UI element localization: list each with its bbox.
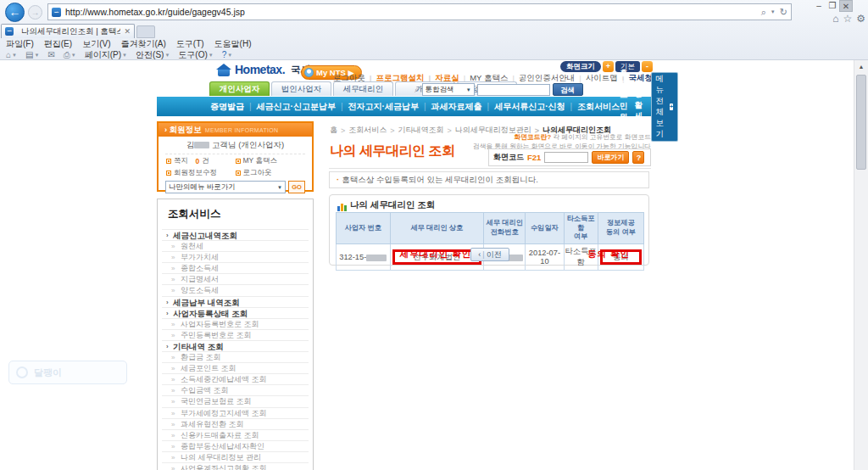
search-scope-select[interactable]: 통합검색▼: [422, 83, 475, 96]
zoom-in-button[interactable]: +: [603, 61, 614, 72]
tab-close-icon[interactable]: ✕: [124, 27, 131, 36]
nav-tab[interactable]: 세무대리인: [333, 81, 393, 96]
sidebar-menu-item[interactable]: 부가세예정고지세액 조회: [162, 407, 309, 418]
safety-menu-button[interactable]: 안전(S)▼: [136, 49, 170, 61]
search-icon[interactable]: ⌕: [761, 7, 766, 18]
menu-item[interactable]: 보기(V): [82, 38, 110, 49]
tab-favicon: ∽: [5, 27, 14, 36]
gnb-menu-item[interactable]: 세금신고·신고분납부: [244, 101, 336, 113]
sidebar-menu-item[interactable]: 사업자등록번호로 조회: [162, 318, 309, 329]
sidebar-menu-item[interactable]: 세금납부 내역조회: [162, 296, 309, 307]
search-button[interactable]: 검색: [553, 83, 583, 96]
scroll-up-arrow[interactable]: ▲: [854, 60, 868, 74]
sidebar-menu-item[interactable]: 환급금 조회: [162, 351, 309, 362]
refresh-icon[interactable]: ↻: [780, 7, 787, 18]
sidebar-menu-item[interactable]: 수입금액 조회: [162, 384, 309, 395]
home-button[interactable]: ⌂▼: [6, 50, 17, 59]
sidebar-menu-item[interactable]: 원천세: [162, 240, 309, 251]
new-tab-button[interactable]: [136, 25, 155, 38]
life-tax-link[interactable]: 생활세금: [635, 80, 644, 133]
close-button[interactable]: ✕: [839, 0, 853, 12]
table-header: 세무 대리인 상호: [390, 213, 484, 244]
minimize-button[interactable]: –: [812, 0, 826, 12]
tab-row: ∽ 나의세무대리인조회 | 홈택스 ✕: [0, 24, 868, 38]
all-menu-button[interactable]: 메뉴전체보기+: [651, 72, 679, 142]
url-text[interactable]: http://www.hometax.go.kr/guide/gagegv45.…: [65, 7, 245, 17]
address-bar[interactable]: ∽ http://www.hometax.go.kr/guide/gagegv4…: [47, 3, 792, 20]
screen-code-box: 화면코드 F21 바로가기 ?: [488, 148, 651, 166]
gnb-menu-item[interactable]: 전자고지·세금납부: [336, 101, 419, 113]
page-menu-button[interactable]: 페이지(P)▼: [85, 49, 127, 61]
site-search: ⌕ 통합검색▼ 검색: [415, 83, 583, 96]
browser-tab[interactable]: ∽ 나의세무대리인조회 | 홈택스 ✕: [1, 24, 135, 38]
previous-button[interactable]: ‹|이전: [470, 248, 509, 261]
forward-button[interactable]: →: [28, 5, 42, 20]
table-cell: 312-15-: [337, 243, 391, 270]
sidebar-menu-item[interactable]: 세금신고내역조회: [162, 229, 309, 240]
home-icon[interactable]: ⌂: [832, 13, 838, 25]
gnb-menu-item[interactable]: 조회서비스: [565, 101, 620, 113]
go-button[interactable]: GO: [288, 181, 305, 193]
menu-item[interactable]: 즐겨찾기(A): [120, 38, 165, 49]
sidebar-menu-item[interactable]: 신용카드매출자료 조회: [162, 429, 309, 440]
back-button[interactable]: ←: [5, 3, 25, 22]
sidebar-menu-item[interactable]: 양도소득세: [162, 284, 309, 295]
menu-item[interactable]: 도움말(H): [214, 38, 252, 49]
chevron-down-icon[interactable]: ▼: [771, 9, 776, 14]
nav-tab[interactable]: 법인사업자: [271, 81, 331, 96]
menu-item[interactable]: 편집(E): [44, 38, 72, 49]
annotation-consent-check: 동의 확인: [572, 249, 645, 260]
sidebar-menu-item[interactable]: 과세유형전환 조회: [162, 418, 309, 429]
table-header: 정보제공 동의 여부: [598, 213, 643, 244]
result-panel: 나의 세무대리인 조회 사업자 번호세무 대리인 상호세무 대리인 전화번호수임…: [329, 194, 649, 266]
sidebar-menu-item[interactable]: 기타내역 조회: [162, 340, 309, 351]
sidebar-menu-item[interactable]: 사업자등록상태 조회: [162, 307, 309, 318]
table-cell: 2012-07-10: [526, 243, 564, 270]
sidebar-menu-item[interactable]: 주민등록번호로 조회: [162, 329, 309, 340]
note-link[interactable]: 쪽지 0건: [166, 156, 236, 166]
sidebar-menu-item[interactable]: 부가가치세: [162, 251, 309, 262]
member-name: 김 고객님 (개인사업자): [165, 137, 305, 154]
settings-gear-icon[interactable]: ⚙: [856, 13, 865, 25]
screen-size-label: 화면크기: [560, 61, 601, 72]
logout-link[interactable]: 로그아웃: [236, 168, 305, 178]
watermark: 달팽이: [8, 361, 127, 384]
print-button[interactable]: ⎙▼: [64, 50, 76, 60]
menu-item[interactable]: 도구(T): [176, 38, 204, 49]
restore-button[interactable]: ❐: [826, 0, 839, 12]
favorites-star-icon[interactable]: ☆: [843, 13, 852, 25]
nav-tab[interactable]: 개인사업자: [209, 81, 270, 96]
logo-text: Hometax.: [235, 63, 285, 76]
my-hometax-link[interactable]: MY 홈택스: [236, 156, 305, 166]
quick-menu-select[interactable]: 나만의메뉴 바로가기▼: [165, 181, 286, 193]
notice-box: ·홈택스상 수입등록되어 있는 세무대리인이 조회됩니다.: [329, 171, 649, 188]
sidebar-menu-item[interactable]: 사업용계좌신고현황 조회: [162, 462, 309, 470]
tools-menu-button[interactable]: 도구(O)▼: [178, 49, 213, 61]
menu-item[interactable]: 파일(F): [6, 38, 34, 49]
gnb-menu-item[interactable]: 과세자료제출: [419, 101, 482, 113]
help-question-button[interactable]: ?: [632, 151, 644, 164]
gnb-menu-item[interactable]: 세무서류신고·신청: [482, 101, 565, 113]
table-header: 타소득포함 여부: [564, 213, 598, 244]
screen-code-go-button[interactable]: 바로가기: [592, 151, 629, 164]
masked-name: [194, 142, 209, 148]
help-button[interactable]: ?▼: [222, 50, 233, 59]
search-input[interactable]: [477, 84, 550, 96]
feed-button[interactable]: ▤▼: [25, 50, 39, 59]
sidebar-menu-item[interactable]: 종합소득세: [162, 262, 309, 273]
table-header: 세무 대리인 전화번호: [484, 213, 526, 244]
sidebar-menu-item[interactable]: 종합부동산세납세자확인: [162, 440, 309, 451]
browser-menubar: 파일(F)편집(E)보기(V)즐겨찾기(A)도구(T)도움말(H): [0, 38, 868, 49]
scrollbar-thumb[interactable]: [856, 75, 866, 170]
sidebar-menu-item[interactable]: 국민연금보험료 조회: [162, 395, 309, 406]
sidebar-menu-item[interactable]: 나의 세무대리정보 관리: [162, 451, 309, 462]
search-icon: ⌕: [415, 85, 420, 95]
screen-code-input[interactable]: [544, 152, 588, 163]
gnb-menu-item[interactable]: 증명발급: [210, 101, 244, 113]
sidebar-menu-item[interactable]: 세금포인트 조회: [162, 362, 309, 373]
mail-button[interactable]: ✉: [47, 50, 54, 59]
sidebar-menu-item[interactable]: 지급명세서: [162, 273, 309, 284]
edit-info-link[interactable]: 회원정보수정: [166, 168, 236, 178]
vertical-scrollbar[interactable]: ▲: [854, 60, 868, 470]
sidebar-menu-item[interactable]: 소득세중간예납세액 조회: [162, 373, 309, 384]
